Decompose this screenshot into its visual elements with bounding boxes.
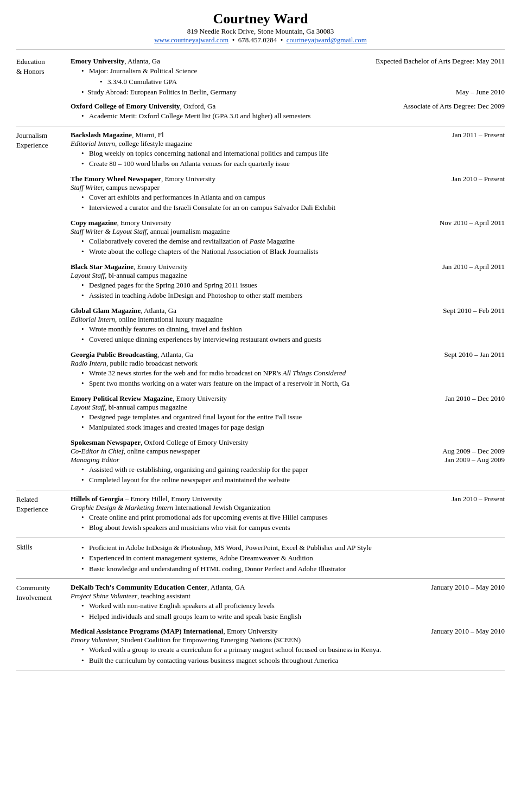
skills-label: Skills	[16, 542, 71, 574]
entry-hillels: Hillels of Georgia – Emory Hillel, Emory…	[71, 495, 505, 533]
entry-black-star-date: Jan 2010 – April 2011	[442, 263, 505, 271]
bullet: Worked with a group to create a curricul…	[81, 644, 505, 655]
related-content: Hillels of Georgia – Emory Hillel, Emory…	[71, 495, 505, 533]
entry-oxford-org: Oxford College of Emory University, Oxfo…	[71, 102, 215, 111]
related-label: RelatedExperience	[16, 495, 71, 533]
entry-spokesman-role1: Co-Editor in Chief, online campus newspa…	[71, 447, 200, 456]
bullet: Basic knowledge and understanding of HTM…	[81, 564, 505, 574]
entry-global-glam-date: Sept 2010 – Feb 2011	[443, 306, 505, 315]
entry-global-glam-header: Global Glam Magazine, Atlanta, Ga Sept 2…	[71, 306, 505, 315]
bullet: Experienced in content management system…	[81, 553, 505, 564]
entry-black-star-subtitle: Layout Staff, bi-annual campus magazine	[71, 271, 505, 280]
education-content: Emory University, Atlanta, Ga Expected B…	[71, 57, 505, 122]
entry-global-glam: Global Glam Magazine, Atlanta, Ga Sept 2…	[71, 306, 505, 345]
related-section: RelatedExperience Hillels of Georgia – E…	[16, 490, 505, 538]
entry-spokesman-org: Spokesman Newspaper, Oxford College of E…	[71, 438, 249, 446]
entry-gpb-subtitle: Radio Intern, public radio broadcast net…	[71, 359, 505, 368]
community-section: CommunityInvolvement DeKalb Tech's Commu…	[16, 579, 505, 670]
entry-backslash-org: Backslash Magazine, Miami, Fl	[71, 131, 164, 139]
entry-dekalb-date: January 2010 – May 2010	[431, 583, 505, 592]
entry-black-star-org: Black Star Magazine, Emory University	[71, 263, 188, 271]
bullet: Designed page templates and organized fi…	[81, 412, 505, 423]
entry-spokesman: Spokesman Newspaper, Oxford College of E…	[71, 438, 505, 485]
candidate-links: www.courtneyajward.com • 678.457.0284 • …	[16, 36, 505, 44]
entry-backslash-header: Backslash Magazine, Miami, Fl Jan 2011 –…	[71, 131, 505, 139]
entry-dekalb-header: DeKalb Tech's Community Education Center…	[71, 583, 505, 592]
entry-black-star: Black Star Magazine, Emory University Ja…	[71, 263, 505, 301]
entry-hillels-bullets: Create online and print promotional ads …	[81, 512, 505, 533]
bullet: Academic Merit: Oxford College Merit lis…	[81, 111, 505, 122]
entry-map-org: Medical Assistance Programs (MAP) Intern…	[71, 627, 277, 636]
entry-emory-wheel-date: Jan 2010 – Present	[452, 175, 505, 183]
candidate-name: Courtney Ward	[16, 11, 505, 27]
bullet: 3.3/4.0 Cumulative GPA	[100, 76, 505, 87]
entry-oxford: Oxford College of Emory University, Oxfo…	[71, 102, 505, 122]
entry-backslash-bullets: Blog weekly on topics concerning nationa…	[81, 148, 505, 169]
entry-map-date: January 2010 – May 2010	[431, 627, 505, 636]
entry-backslash: Backslash Magazine, Miami, Fl Jan 2011 –…	[71, 131, 505, 169]
entry-gpb-org: Georgia Public Broadcasting, Atlanta, Ga	[71, 350, 193, 359]
entry-emory-wheel-header: The Emory Wheel Newspaper, Emory Univers…	[71, 175, 505, 183]
entry-spokesman-date1: Aug 2009 – Dec 2009	[442, 447, 505, 456]
entry-map-subtitle: Emory Volunteer, Student Coalition for E…	[71, 636, 505, 644]
bullet: Cover art exhibits and performances in A…	[81, 192, 505, 203]
entry-emory-date: Expected Bachelor of Arts Degree: May 20…	[376, 57, 505, 66]
entry-map-bullets: Worked with a group to create a curricul…	[81, 644, 505, 666]
entry-global-glam-subtitle: Editorial Intern, online international l…	[71, 315, 505, 324]
entry-eprm: Emory Political Review Magazine, Emory U…	[71, 394, 505, 433]
entry-emory-wheel-subtitle: Staff Writer, campus newspaper	[71, 183, 505, 192]
study-abroad-row: • Study Abroad: European Politics in Ber…	[81, 88, 505, 97]
entry-eprm-org: Emory Political Review Magazine, Emory U…	[71, 394, 227, 403]
bullet: Spent two months working on a water wars…	[81, 378, 505, 389]
journalism-section: JournalismExperience Backslash Magazine,…	[16, 126, 505, 490]
entry-gpb-date: Sept 2010 – Jan 2011	[444, 350, 505, 359]
bullet: Covered unique dinning experiences by in…	[81, 334, 505, 345]
entry-black-star-bullets: Designed pages for the Spring 2010 and S…	[81, 280, 505, 301]
bullet: Manipulated stock images and created ima…	[81, 422, 505, 433]
entry-eprm-subtitle: Layout Staff, bi-annual campus magazine	[71, 403, 505, 412]
entry-hillels-org: Hillels of Georgia – Emory Hillel, Emory…	[71, 495, 222, 503]
entry-spokesman-role1-row: Co-Editor in Chief, online campus newspa…	[71, 447, 505, 456]
website-link[interactable]: www.courtneyajward.com	[154, 36, 228, 44]
entry-emory: Emory University, Atlanta, Ga Expected B…	[71, 57, 505, 97]
entry-backslash-subtitle: Editorial Intern, college lifestyle maga…	[71, 139, 505, 148]
entry-copy-magazine-date: Nov 2010 – April 2011	[440, 219, 505, 227]
entry-spokesman-role2-row: Managing Editor Jan 2009 – Aug 2009	[71, 456, 505, 464]
entry-eprm-header: Emory Political Review Magazine, Emory U…	[71, 394, 505, 403]
skills-section: Skills Proficient in Adobe InDesign & Ph…	[16, 538, 505, 579]
skills-content: Proficient in Adobe InDesign & Photoshop…	[71, 542, 505, 574]
entry-emory-wheel-org: The Emory Wheel Newspaper, Emory Univers…	[71, 175, 215, 183]
entry-oxford-header: Oxford College of Emory University, Oxfo…	[71, 102, 505, 111]
email-link[interactable]: courtneyajward@gmail.com	[287, 36, 367, 44]
entry-emory-org: Emory University, Atlanta, Ga	[71, 57, 160, 66]
bullet: Assisted with re-establishing, organizin…	[81, 464, 505, 475]
journalism-content: Backslash Magazine, Miami, Fl Jan 2011 –…	[71, 131, 505, 485]
education-label: Education& Honors	[16, 57, 71, 122]
bullet: Designed pages for the Spring 2010 and S…	[81, 280, 505, 291]
entry-emory-wheel: The Emory Wheel Newspaper, Emory Univers…	[71, 175, 505, 213]
entry-gpb: Georgia Public Broadcasting, Atlanta, Ga…	[71, 350, 505, 389]
bullet: Interviewed a curator and the Israeli Co…	[81, 202, 505, 213]
entry-dekalb-org: DeKalb Tech's Community Education Center…	[71, 583, 245, 592]
entry-black-star-header: Black Star Magazine, Emory University Ja…	[71, 263, 505, 271]
entry-spokesman-date2: Jan 2009 – Aug 2009	[445, 456, 505, 464]
entry-hillels-header: Hillels of Georgia – Emory Hillel, Emory…	[71, 495, 505, 503]
bullet: Create online and print promotional ads …	[81, 512, 505, 523]
entry-hillels-date: Jan 2010 – Present	[452, 495, 505, 503]
entry-spokesman-header: Spokesman Newspaper, Oxford College of E…	[71, 438, 505, 447]
entry-hillels-subtitle: Graphic Design & Marketing Intern Intern…	[71, 503, 505, 512]
study-abroad-text: • Study Abroad: European Politics in Ber…	[81, 88, 237, 97]
entry-copy-magazine-subtitle: Staff Writer & Layout Staff, annual jour…	[71, 227, 505, 236]
entry-global-glam-org: Global Glam Magazine, Atlanta, Ga	[71, 306, 176, 315]
entry-spokesman-role2: Managing Editor	[71, 456, 119, 464]
skills-bullets: Proficient in Adobe InDesign & Photoshop…	[81, 542, 505, 574]
entry-map-header: Medical Assistance Programs (MAP) Intern…	[71, 627, 505, 636]
entry-eprm-bullets: Designed page templates and organized fi…	[81, 412, 505, 433]
phone-number: 678.457.0284	[238, 36, 277, 44]
community-content: DeKalb Tech's Community Education Center…	[71, 583, 505, 666]
bullet: Create 80 – 100 word blurbs on Atlanta v…	[81, 158, 505, 169]
entry-spokesman-bullets: Assisted with re-establishing, organizin…	[81, 464, 505, 485]
bullet: Worked with non-native English speakers …	[81, 600, 505, 611]
bullet: Assisted in teaching Adobe InDesign and …	[81, 290, 505, 301]
bullet: Blog weekly on topics concerning nationa…	[81, 148, 505, 159]
